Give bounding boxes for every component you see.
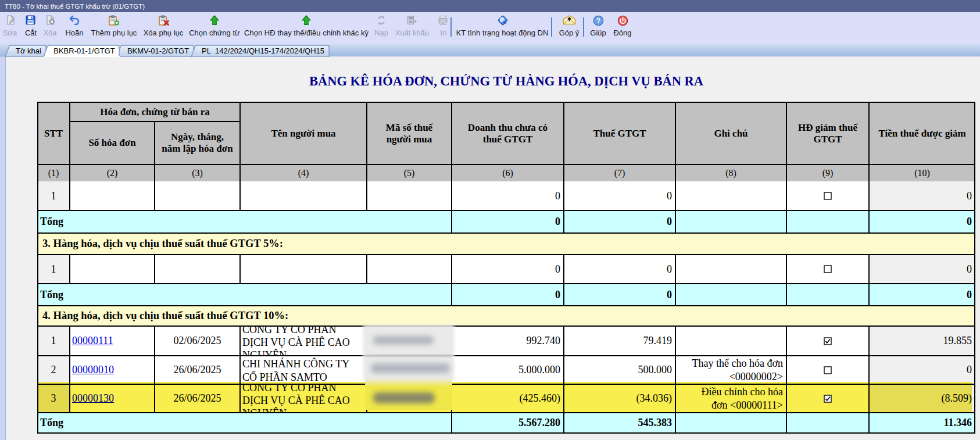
svg-text:?: ? [596, 17, 600, 25]
